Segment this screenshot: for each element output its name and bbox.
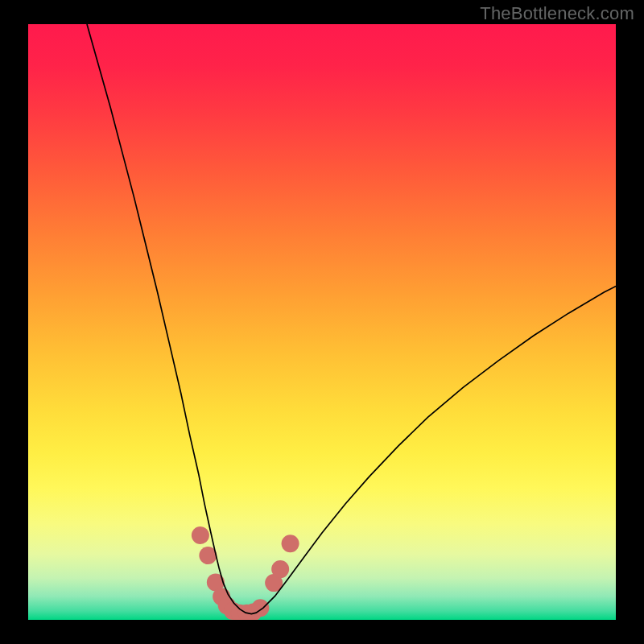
highlight-dot — [271, 560, 289, 578]
highlight-dot — [282, 535, 299, 552]
gradient-background — [28, 24, 616, 620]
bottleneck-plot — [0, 0, 644, 644]
chart-frame: TheBottleneck.com — [0, 0, 644, 644]
highlight-dot — [192, 526, 209, 544]
watermark-text: TheBottleneck.com — [480, 3, 634, 24]
highlight-dot — [251, 599, 269, 617]
